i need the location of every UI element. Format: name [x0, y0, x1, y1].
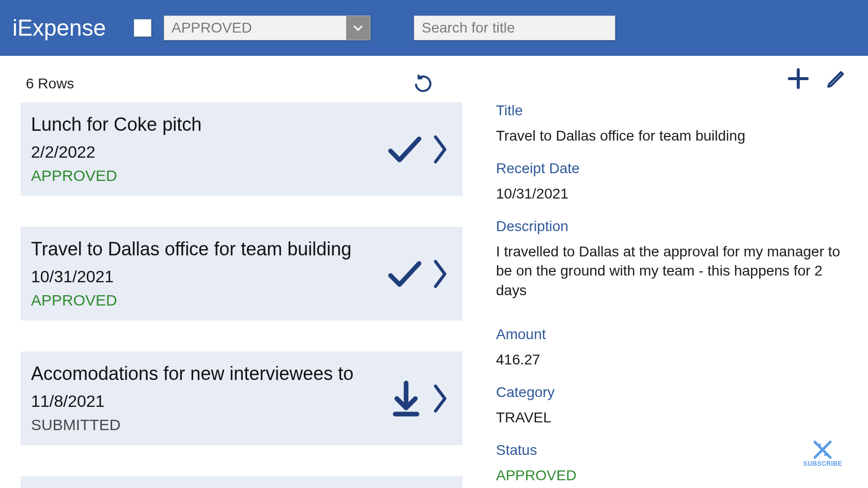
subscribe-label: SUBSCRIBE	[803, 460, 842, 467]
list-item-title: Lunch for Coke pitch	[31, 114, 386, 135]
list-item-body: Accomodations for new interviewees to 11…	[31, 363, 390, 434]
list-item-body: Travel to Dallas office for team buildin…	[31, 238, 386, 309]
list-item-body: Lunch for Coke pitch 2/2/2022 APPROVED	[31, 114, 386, 185]
field-value-receipt-date: 10/31/2021	[496, 184, 847, 204]
list-header: 6 Rows	[0, 56, 475, 97]
field-value-category: TRAVEL	[496, 408, 847, 428]
field-value-description: I travelled to Dallas at the approval fo…	[496, 242, 847, 300]
list-item-actions	[390, 380, 449, 417]
list-item-status: SUBMITTED	[31, 416, 390, 434]
filter-checkbox[interactable]	[134, 19, 151, 37]
check-icon	[386, 134, 422, 165]
list-item-title: Travel to Dallas office for team buildin…	[31, 238, 386, 260]
check-icon	[386, 258, 422, 289]
list-pane: 6 Rows Lunch for Coke pitch 2/2/2022 APP…	[0, 56, 475, 488]
list-item[interactable]: Accomodations for new interviewees to 11…	[21, 352, 462, 445]
field-label-receipt-date: Receipt Date	[496, 160, 847, 177]
status-filter-value: APPROVED	[164, 20, 346, 36]
list-item[interactable]: Travel to Dallas office for team buildin…	[21, 227, 462, 321]
list-item-actions	[386, 258, 449, 289]
list-item-date: 10/31/2021	[31, 267, 386, 286]
status-filter-select[interactable]: APPROVED	[164, 16, 370, 40]
list-item[interactable]: Taxi from Airport to Office for the fest…	[21, 476, 462, 488]
chevron-right-icon[interactable]	[431, 383, 449, 414]
detail-toolbar	[475, 56, 868, 92]
field-label-status: Status	[496, 442, 847, 459]
topbar: iExpense APPROVED	[0, 0, 868, 56]
refresh-button[interactable]	[412, 73, 434, 95]
download-icon	[390, 380, 422, 417]
chevron-right-icon[interactable]	[431, 134, 449, 165]
list-item-date: 2/2/2022	[31, 143, 386, 162]
search-input[interactable]	[422, 20, 615, 36]
field-label-category: Category	[496, 384, 847, 401]
add-button[interactable]	[786, 67, 810, 90]
edit-button[interactable]	[826, 68, 847, 89]
main: 6 Rows Lunch for Coke pitch 2/2/2022 APP…	[0, 56, 868, 488]
field-value-amount: 416.27	[496, 350, 847, 370]
dna-icon	[810, 439, 835, 460]
field-label-amount: Amount	[496, 326, 847, 343]
list-scroll[interactable]: Lunch for Coke pitch 2/2/2022 APPROVED T…	[0, 97, 475, 488]
search-box[interactable]	[414, 16, 615, 40]
detail-scroll[interactable]: Title Travel to Dallas office for team b…	[475, 92, 868, 488]
field-value-title: Travel to Dallas office for team buildin…	[496, 126, 847, 146]
field-label-title: Title	[496, 102, 847, 119]
field-value-status: APPROVED	[496, 466, 847, 485]
list-item-title: Accomodations for new interviewees to	[31, 363, 390, 385]
app-title: iExpense	[12, 15, 106, 41]
detail-pane: Title Travel to Dallas office for team b…	[475, 56, 868, 488]
chevron-down-icon[interactable]	[346, 16, 370, 40]
list-item-status: APPROVED	[31, 167, 386, 185]
subscribe-badge[interactable]: SUBSCRIBE	[803, 439, 842, 467]
list-item-actions	[386, 134, 449, 165]
chevron-right-icon[interactable]	[431, 258, 449, 289]
list-item-date: 11/8/2021	[31, 392, 390, 411]
list-item[interactable]: Lunch for Coke pitch 2/2/2022 APPROVED	[21, 102, 462, 196]
list-item-status: APPROVED	[31, 292, 386, 309]
rows-count: 6 Rows	[26, 75, 74, 92]
field-label-description: Description	[496, 218, 847, 235]
